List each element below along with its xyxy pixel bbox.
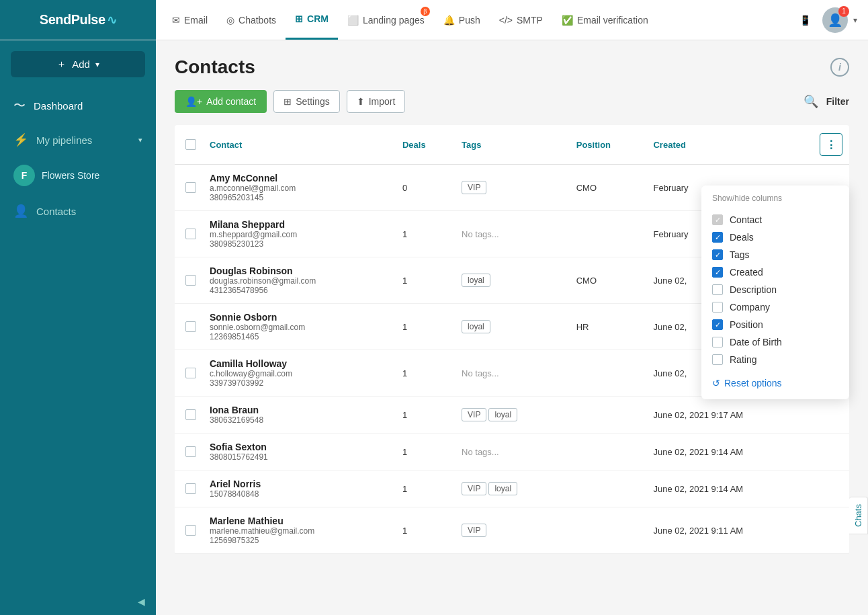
contact-cell: Ariel Norris 15078840848 bbox=[203, 470, 396, 507]
sidebar-item-contacts[interactable]: 👤 Contacts bbox=[0, 194, 156, 228]
tab-smtp[interactable]: </> SMTP bbox=[490, 0, 552, 40]
logo-text: SendPulse∿ bbox=[40, 12, 116, 28]
verification-icon: ✅ bbox=[562, 15, 573, 26]
dropdown-item-rating[interactable]: Rating bbox=[712, 351, 838, 368]
info-icon-btn[interactable]: i bbox=[830, 58, 849, 77]
email-icon: ✉ bbox=[172, 15, 180, 26]
add-button[interactable]: ＋ Add ▾ bbox=[11, 51, 145, 77]
actions-cell bbox=[813, 470, 849, 507]
position-cell bbox=[570, 397, 647, 434]
collapse-sidebar-btn[interactable]: ◀ bbox=[0, 588, 156, 615]
content-area: Contacts i 👤+ Add contact ⊞ Settings ⬆ I… bbox=[156, 40, 868, 615]
deals-cell: 1 bbox=[396, 350, 455, 397]
sidebar-nav: 〜 Dashboard ⚡ My pipelines ▾ F Flowers S… bbox=[0, 88, 156, 228]
row-checkbox[interactable] bbox=[175, 257, 203, 304]
deals-cell: 1 bbox=[396, 211, 455, 257]
table-row: Sofia Sexton 3808015762491 1 No tags... … bbox=[175, 434, 849, 470]
dropdown-item-contact[interactable]: Contact bbox=[712, 211, 838, 229]
row-checkbox[interactable] bbox=[175, 397, 203, 434]
sidebar-item-flowers-store[interactable]: F Flowers Store bbox=[0, 157, 156, 194]
tags-checkbox[interactable] bbox=[712, 249, 723, 260]
deals-cell: 1 bbox=[396, 304, 455, 350]
settings-button[interactable]: ⊞ Settings bbox=[273, 90, 340, 113]
actions-cell bbox=[813, 507, 849, 554]
nav-right: 📱 👤 1 ▾ bbox=[793, 7, 868, 33]
company-checkbox[interactable] bbox=[712, 302, 723, 313]
dropdown-item-tags[interactable]: Tags bbox=[712, 246, 838, 263]
search-button[interactable]: 🔍 bbox=[804, 94, 818, 109]
contact-cell: Iona Braun 380632169548 bbox=[203, 397, 396, 434]
chats-tab[interactable]: Chats bbox=[849, 497, 868, 534]
description-checkbox[interactable] bbox=[712, 284, 723, 295]
column-options-button[interactable]: ⋮ bbox=[820, 133, 842, 156]
reset-options-button[interactable]: ↺ Reset options bbox=[712, 378, 838, 388]
position-cell bbox=[570, 350, 647, 397]
logo-area: SendPulse∿ bbox=[0, 0, 156, 40]
avatar-chevron[interactable]: ▾ bbox=[853, 15, 857, 25]
tab-email-verification[interactable]: ✅ Email verification bbox=[552, 0, 658, 40]
deals-checkbox[interactable] bbox=[712, 232, 723, 243]
position-checkbox[interactable] bbox=[712, 319, 723, 330]
column-options-panel: Show/hide columns Contact Deals Tags Cre… bbox=[701, 186, 849, 399]
pipelines-icon: ⚡ bbox=[13, 132, 28, 147]
created-checkbox[interactable] bbox=[712, 267, 723, 278]
position-cell bbox=[570, 507, 647, 554]
row-checkbox[interactable] bbox=[175, 434, 203, 470]
notification-badge: 1 bbox=[838, 6, 849, 17]
col-position: Position bbox=[570, 125, 647, 165]
created-cell: June 02, 2021 9:14 AM bbox=[646, 434, 813, 470]
position-cell: CMO bbox=[570, 257, 647, 304]
tags-cell: VIP bbox=[455, 507, 570, 554]
tab-landing[interactable]: ⬜ Landing pages β bbox=[338, 0, 434, 40]
position-cell bbox=[570, 470, 647, 507]
top-nav: SendPulse∿ ✉ Email ◎ Chatbots ⊞ CRM ⬜ La… bbox=[0, 0, 868, 40]
import-button[interactable]: ⬆ Import bbox=[347, 90, 406, 113]
row-checkbox[interactable] bbox=[175, 350, 203, 397]
settings-icon: ⊞ bbox=[284, 96, 292, 107]
rating-checkbox[interactable] bbox=[712, 354, 723, 365]
crm-icon: ⊞ bbox=[295, 13, 303, 24]
push-icon: 🔔 bbox=[443, 15, 455, 26]
dropdown-item-company[interactable]: Company bbox=[712, 298, 838, 316]
flowers-store-avatar: F bbox=[13, 165, 35, 186]
dob-checkbox[interactable] bbox=[712, 337, 723, 347]
dropdown-item-position[interactable]: Position bbox=[712, 316, 838, 333]
smtp-icon: </> bbox=[499, 15, 513, 26]
contact-checkbox[interactable] bbox=[712, 214, 723, 225]
row-checkbox[interactable] bbox=[175, 507, 203, 554]
tab-chatbots[interactable]: ◎ Chatbots bbox=[217, 0, 286, 40]
add-contact-icon: 👤+ bbox=[185, 96, 202, 107]
dropdown-item-dob[interactable]: Date of Birth bbox=[712, 333, 838, 351]
col-created: Created bbox=[646, 125, 813, 165]
col-contact: Contact bbox=[203, 125, 396, 165]
dropdown-item-deals[interactable]: Deals bbox=[712, 229, 838, 246]
contact-cell: Milana Sheppard m.sheppard@gmail.com 380… bbox=[203, 211, 396, 257]
sidebar-item-pipelines[interactable]: ⚡ My pipelines ▾ bbox=[0, 123, 156, 157]
toolbar: 👤+ Add contact ⊞ Settings ⬆ Import 🔍 Fil… bbox=[175, 90, 849, 113]
tab-crm[interactable]: ⊞ CRM bbox=[286, 0, 338, 40]
contact-cell: Camilla Holloway c.holloway@gmail.com 33… bbox=[203, 350, 396, 397]
tags-cell: VIPloyal bbox=[455, 470, 570, 507]
reset-icon: ↺ bbox=[712, 378, 720, 388]
row-checkbox[interactable] bbox=[175, 470, 203, 507]
select-all-checkbox[interactable] bbox=[175, 125, 203, 165]
row-checkbox[interactable] bbox=[175, 165, 203, 211]
dropdown-item-description[interactable]: Description bbox=[712, 281, 838, 298]
col-deals: Deals bbox=[396, 125, 455, 165]
avatar-btn[interactable]: 👤 1 bbox=[822, 7, 848, 33]
tab-push[interactable]: 🔔 Push bbox=[434, 0, 490, 40]
table-row: Iona Braun 380632169548 1 VIPloyal June … bbox=[175, 397, 849, 434]
mobile-icon-btn[interactable]: 📱 bbox=[793, 8, 817, 32]
row-checkbox[interactable] bbox=[175, 304, 203, 350]
deals-cell: 1 bbox=[396, 434, 455, 470]
tab-email[interactable]: ✉ Email bbox=[163, 0, 217, 40]
add-contact-button[interactable]: 👤+ Add contact bbox=[175, 90, 267, 113]
contact-cell: Marlene Mathieu marlene.mathieu@gmail.co… bbox=[203, 507, 396, 554]
tags-cell: loyal bbox=[455, 304, 570, 350]
tags-cell: VIP bbox=[455, 165, 570, 211]
row-checkbox[interactable] bbox=[175, 211, 203, 257]
filter-button[interactable]: Filter bbox=[826, 96, 849, 107]
tags-cell: VIPloyal bbox=[455, 397, 570, 434]
sidebar-item-dashboard[interactable]: 〜 Dashboard bbox=[0, 88, 156, 123]
dropdown-item-created[interactable]: Created bbox=[712, 263, 838, 281]
